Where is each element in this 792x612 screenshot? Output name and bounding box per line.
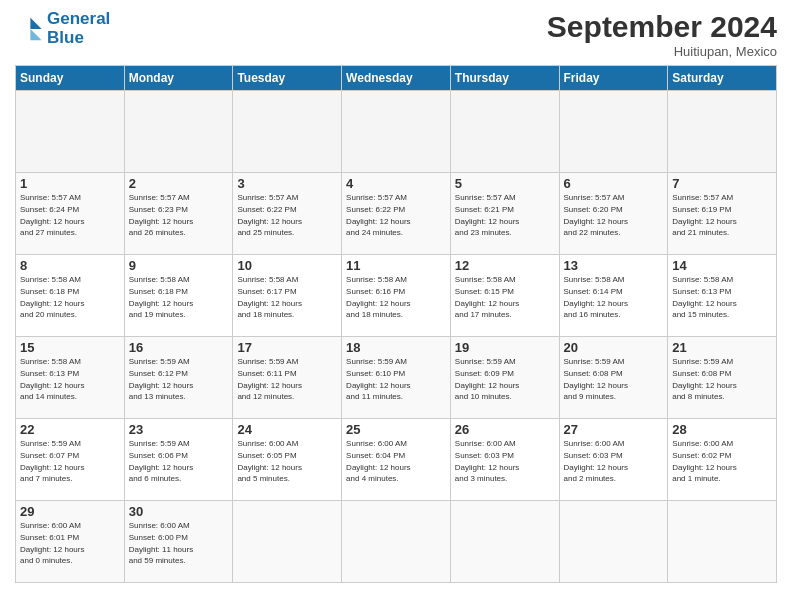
logo-text: General Blue <box>47 10 110 47</box>
cell-text: Sunrise: 5:58 AMSunset: 6:18 PMDaylight:… <box>129 275 193 319</box>
week-row-4: 22 Sunrise: 5:59 AMSunset: 6:07 PMDaylig… <box>16 419 777 501</box>
day-number: 21 <box>672 340 772 355</box>
cell-text: Sunrise: 5:57 AMSunset: 6:23 PMDaylight:… <box>129 193 193 237</box>
day-number: 7 <box>672 176 772 191</box>
cell-text: Sunrise: 5:57 AMSunset: 6:22 PMDaylight:… <box>237 193 301 237</box>
page: General Blue September 2024 Huitiupan, M… <box>0 0 792 612</box>
table-cell-empty <box>233 501 342 583</box>
day-number: 24 <box>237 422 337 437</box>
cell-text: Sunrise: 5:59 AMSunset: 6:10 PMDaylight:… <box>346 357 410 401</box>
day-number: 6 <box>564 176 664 191</box>
day-number: 2 <box>129 176 229 191</box>
table-cell-d6: 6 Sunrise: 5:57 AMSunset: 6:20 PMDayligh… <box>559 173 668 255</box>
table-cell-d29: 29 Sunrise: 6:00 AMSunset: 6:01 PMDaylig… <box>16 501 125 583</box>
day-number: 12 <box>455 258 555 273</box>
cell-text: Sunrise: 6:00 AMSunset: 6:02 PMDaylight:… <box>672 439 736 483</box>
day-number: 27 <box>564 422 664 437</box>
cell-text: Sunrise: 6:00 AMSunset: 6:03 PMDaylight:… <box>564 439 628 483</box>
table-cell-d10: 10 Sunrise: 5:58 AMSunset: 6:17 PMDaylig… <box>233 255 342 337</box>
table-cell-empty <box>559 91 668 173</box>
table-cell-d1: 1 Sunrise: 5:57 AMSunset: 6:24 PMDayligh… <box>16 173 125 255</box>
table-cell-d26: 26 Sunrise: 6:00 AMSunset: 6:03 PMDaylig… <box>450 419 559 501</box>
day-number: 3 <box>237 176 337 191</box>
table-cell-empty <box>342 91 451 173</box>
day-number: 28 <box>672 422 772 437</box>
week-row-2: 8 Sunrise: 5:58 AMSunset: 6:18 PMDayligh… <box>16 255 777 337</box>
week-row-1 <box>16 91 777 173</box>
table-cell-empty <box>668 501 777 583</box>
col-tuesday: Tuesday <box>233 66 342 91</box>
day-number: 25 <box>346 422 446 437</box>
day-number: 30 <box>129 504 229 519</box>
day-number: 18 <box>346 340 446 355</box>
logo: General Blue <box>15 10 110 47</box>
day-number: 16 <box>129 340 229 355</box>
day-number: 5 <box>455 176 555 191</box>
cell-text: Sunrise: 5:59 AMSunset: 6:08 PMDaylight:… <box>672 357 736 401</box>
col-sunday: Sunday <box>16 66 125 91</box>
col-thursday: Thursday <box>450 66 559 91</box>
cell-text: Sunrise: 5:58 AMSunset: 6:17 PMDaylight:… <box>237 275 301 319</box>
day-number: 1 <box>20 176 120 191</box>
cell-text: Sunrise: 6:00 AMSunset: 6:04 PMDaylight:… <box>346 439 410 483</box>
table-cell-d11: 11 Sunrise: 5:58 AMSunset: 6:16 PMDaylig… <box>342 255 451 337</box>
table-cell-d14: 14 Sunrise: 5:58 AMSunset: 6:13 PMDaylig… <box>668 255 777 337</box>
table-cell-d22: 22 Sunrise: 5:59 AMSunset: 6:07 PMDaylig… <box>16 419 125 501</box>
table-cell-d21: 21 Sunrise: 5:59 AMSunset: 6:08 PMDaylig… <box>668 337 777 419</box>
day-number: 20 <box>564 340 664 355</box>
table-cell-empty <box>559 501 668 583</box>
table-cell-d25: 25 Sunrise: 6:00 AMSunset: 6:04 PMDaylig… <box>342 419 451 501</box>
table-cell-d16: 16 Sunrise: 5:59 AMSunset: 6:12 PMDaylig… <box>124 337 233 419</box>
table-cell-d4: 4 Sunrise: 5:57 AMSunset: 6:22 PMDayligh… <box>342 173 451 255</box>
day-number: 15 <box>20 340 120 355</box>
cell-text: Sunrise: 6:00 AMSunset: 6:05 PMDaylight:… <box>237 439 301 483</box>
day-number: 4 <box>346 176 446 191</box>
cell-text: Sunrise: 5:58 AMSunset: 6:15 PMDaylight:… <box>455 275 519 319</box>
table-cell-d2: 2 Sunrise: 5:57 AMSunset: 6:23 PMDayligh… <box>124 173 233 255</box>
day-number: 14 <box>672 258 772 273</box>
cell-text: Sunrise: 5:57 AMSunset: 6:22 PMDaylight:… <box>346 193 410 237</box>
cell-text: Sunrise: 5:58 AMSunset: 6:14 PMDaylight:… <box>564 275 628 319</box>
logo-icon <box>15 15 43 43</box>
day-number: 29 <box>20 504 120 519</box>
table-cell-empty <box>233 91 342 173</box>
day-number: 11 <box>346 258 446 273</box>
table-cell-d3: 3 Sunrise: 5:57 AMSunset: 6:22 PMDayligh… <box>233 173 342 255</box>
table-cell-empty <box>450 501 559 583</box>
table-cell-d13: 13 Sunrise: 5:58 AMSunset: 6:14 PMDaylig… <box>559 255 668 337</box>
calendar-table: Sunday Monday Tuesday Wednesday Thursday… <box>15 65 777 583</box>
cell-text: Sunrise: 5:58 AMSunset: 6:16 PMDaylight:… <box>346 275 410 319</box>
calendar-header-row: Sunday Monday Tuesday Wednesday Thursday… <box>16 66 777 91</box>
table-cell-d20: 20 Sunrise: 5:59 AMSunset: 6:08 PMDaylig… <box>559 337 668 419</box>
cell-text: Sunrise: 6:00 AMSunset: 6:03 PMDaylight:… <box>455 439 519 483</box>
table-cell-d23: 23 Sunrise: 5:59 AMSunset: 6:06 PMDaylig… <box>124 419 233 501</box>
table-cell-d8: 8 Sunrise: 5:58 AMSunset: 6:18 PMDayligh… <box>16 255 125 337</box>
day-number: 19 <box>455 340 555 355</box>
day-number: 10 <box>237 258 337 273</box>
location: Huitiupan, Mexico <box>547 44 777 59</box>
day-number: 13 <box>564 258 664 273</box>
table-cell-d18: 18 Sunrise: 5:59 AMSunset: 6:10 PMDaylig… <box>342 337 451 419</box>
week-row-1-data: 1 Sunrise: 5:57 AMSunset: 6:24 PMDayligh… <box>16 173 777 255</box>
week-row-5: 29 Sunrise: 6:00 AMSunset: 6:01 PMDaylig… <box>16 501 777 583</box>
table-cell-d12: 12 Sunrise: 5:58 AMSunset: 6:15 PMDaylig… <box>450 255 559 337</box>
cell-text: Sunrise: 5:59 AMSunset: 6:09 PMDaylight:… <box>455 357 519 401</box>
col-saturday: Saturday <box>668 66 777 91</box>
cell-text: Sunrise: 5:58 AMSunset: 6:13 PMDaylight:… <box>672 275 736 319</box>
table-cell-d9: 9 Sunrise: 5:58 AMSunset: 6:18 PMDayligh… <box>124 255 233 337</box>
table-cell-d7: 7 Sunrise: 5:57 AMSunset: 6:19 PMDayligh… <box>668 173 777 255</box>
header: General Blue September 2024 Huitiupan, M… <box>15 10 777 59</box>
week-row-3: 15 Sunrise: 5:58 AMSunset: 6:13 PMDaylig… <box>16 337 777 419</box>
table-cell-d17: 17 Sunrise: 5:59 AMSunset: 6:11 PMDaylig… <box>233 337 342 419</box>
day-number: 17 <box>237 340 337 355</box>
cell-text: Sunrise: 5:59 AMSunset: 6:11 PMDaylight:… <box>237 357 301 401</box>
cell-text: Sunrise: 6:00 AMSunset: 6:01 PMDaylight:… <box>20 521 84 565</box>
table-cell-empty <box>16 91 125 173</box>
col-wednesday: Wednesday <box>342 66 451 91</box>
day-number: 9 <box>129 258 229 273</box>
cell-text: Sunrise: 5:59 AMSunset: 6:12 PMDaylight:… <box>129 357 193 401</box>
table-cell-d30: 30 Sunrise: 6:00 AMSunset: 6:00 PMDaylig… <box>124 501 233 583</box>
table-cell-empty <box>124 91 233 173</box>
day-number: 8 <box>20 258 120 273</box>
day-number: 22 <box>20 422 120 437</box>
